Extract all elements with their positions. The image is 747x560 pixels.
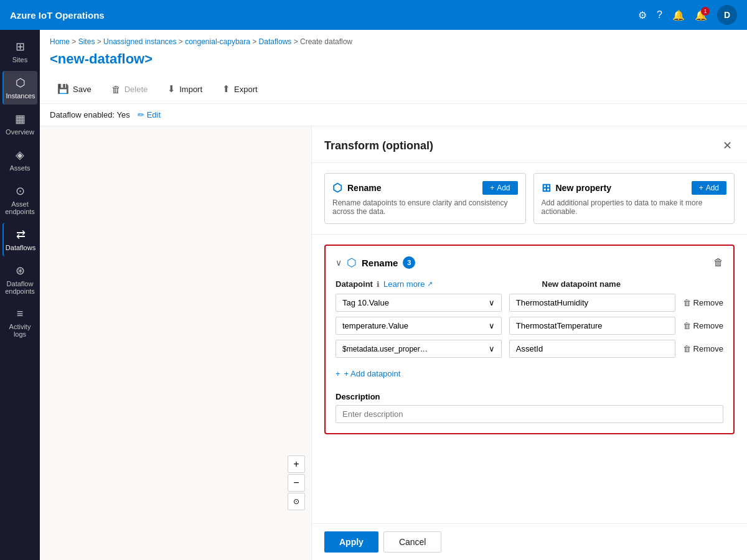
dropdown-chevron-2: ∨: [489, 321, 495, 330]
remove-label-3: Remove: [693, 344, 723, 353]
breadcrumb-dataflows[interactable]: Dataflows: [259, 37, 292, 46]
rename-card-label: Rename: [347, 183, 381, 193]
description-label: Description: [336, 392, 723, 401]
dataflows-icon: ⇄: [16, 228, 26, 241]
main-layout: ⊞ Sites ⬡ Instances ▦ Overview ◈ Assets …: [0, 30, 747, 560]
canvas-area: + − ⊙ Transform (optional) ✕: [40, 126, 747, 560]
rename-delete-button[interactable]: 🗑: [713, 257, 723, 268]
notification-badge[interactable]: 🔔 1: [695, 9, 707, 21]
info-icon: ℹ: [377, 280, 380, 289]
export-icon: ⬆: [222, 83, 230, 95]
cancel-button[interactable]: Cancel: [383, 531, 442, 553]
sidebar-item-assets[interactable]: ◈ Assets: [2, 143, 37, 177]
sidebar-label-activity-logs: Activity logs: [6, 323, 34, 338]
sidebar-item-asset-endpoints[interactable]: ⊙ Asset endpoints: [2, 179, 37, 220]
datapoint-value-1: Tag 10.Value: [342, 298, 389, 307]
edit-button[interactable]: ✏ Edit: [138, 110, 161, 119]
main-content: Home > Sites > Unassigned instances > co…: [40, 30, 747, 560]
edit-icon: ✏: [138, 110, 144, 119]
help-icon[interactable]: ?: [657, 9, 662, 21]
close-button[interactable]: ✕: [720, 136, 735, 155]
new-name-input-3[interactable]: [509, 340, 675, 358]
gear-icon[interactable]: ⚙: [638, 9, 647, 21]
sidebar-label-overview: Overview: [6, 128, 34, 136]
datapoint-dropdown-2[interactable]: temperature.Value ∨: [336, 317, 502, 335]
dataflow-endpoints-icon: ⊛: [16, 264, 25, 278]
new-property-card-icon: ⊞: [542, 181, 551, 195]
import-button[interactable]: ⬇ Import: [160, 80, 210, 98]
rename-card-header: ⬡ Rename + Add: [332, 181, 518, 195]
rename-card-title: ⬡ Rename: [332, 181, 381, 195]
option-cards: ⬡ Rename + Add Rename datapoints to ensu…: [312, 163, 747, 235]
zoom-reset-button[interactable]: ⊙: [288, 493, 305, 510]
sidebar-item-dataflow-endpoints[interactable]: ⊛ Dataflow endpoints: [2, 259, 37, 300]
learn-more-link[interactable]: Learn more ↗: [383, 279, 433, 289]
datapoint-dropdown-3[interactable]: $metadata.user_property.externa ∨: [336, 340, 502, 358]
sidebar-label-instances: Instances: [6, 92, 35, 100]
sidebar-item-dataflows[interactable]: ⇄ Dataflows: [2, 223, 37, 256]
new-property-add-button[interactable]: + Add: [692, 181, 726, 195]
rename-section: ∨ ⬡ Rename 3 🗑 Datapoint ℹ: [324, 245, 735, 434]
rename-card-desc: Rename datapoints to ensure clarity and …: [332, 198, 518, 216]
breadcrumb-home[interactable]: Home: [50, 37, 70, 46]
description-input[interactable]: [336, 405, 723, 423]
apply-button[interactable]: Apply: [324, 531, 378, 553]
breadcrumb-unassigned[interactable]: Unassigned instances: [103, 37, 176, 46]
remove-button-1[interactable]: 🗑 Remove: [683, 298, 723, 307]
new-property-add-label: Add: [706, 184, 719, 192]
datapoint-dropdown-1[interactable]: Tag 10.Value ∨: [336, 294, 502, 312]
notification-count: 1: [701, 7, 710, 16]
sidebar-label-dataflows: Dataflows: [6, 244, 35, 251]
sidebar-item-sites[interactable]: ⊞ Sites: [2, 35, 37, 68]
new-property-card-label: New property: [556, 183, 611, 193]
activity-logs-icon: ≡: [17, 307, 24, 320]
sidebar-item-instances[interactable]: ⬡ Instances: [2, 71, 37, 105]
new-property-card-header: ⊞ New property + Add: [542, 181, 727, 195]
save-button[interactable]: 💾 Save: [50, 80, 99, 98]
canvas-left: + − ⊙: [40, 126, 311, 560]
new-name-input-2[interactable]: [509, 317, 675, 335]
remove-button-3[interactable]: 🗑 Remove: [683, 344, 723, 353]
new-property-card-title: ⊞ New property: [542, 181, 611, 195]
datapoint-value-2: temperature.Value: [342, 321, 408, 330]
zoom-out-button[interactable]: −: [288, 474, 305, 492]
new-property-card-desc: Add additional properties to data to mak…: [542, 198, 727, 216]
remove-button-2[interactable]: 🗑 Remove: [683, 321, 723, 330]
toolbar: 💾 Save 🗑 Delete ⬇ Import ⬆ Export: [40, 75, 747, 104]
dropdown-chevron-1: ∨: [489, 298, 495, 307]
breadcrumb-current: Create dataflow: [300, 37, 352, 46]
panel-header: Transform (optional) ✕: [312, 126, 747, 163]
add-datapoint-plus: +: [336, 369, 341, 378]
sidebar: ⊞ Sites ⬡ Instances ▦ Overview ◈ Assets …: [0, 30, 40, 560]
breadcrumb: Home > Sites > Unassigned instances > co…: [40, 30, 747, 49]
panel-content: ∨ ⬡ Rename 3 🗑 Datapoint ℹ: [312, 235, 747, 523]
zoom-reset-icon: ⊙: [293, 497, 299, 506]
overview-icon: ▦: [15, 112, 26, 126]
export-button[interactable]: ⬆ Export: [215, 80, 265, 98]
app-title: Azure IoT Operations: [10, 10, 105, 21]
topnav-icons: ⚙ ? 🔔 🔔 1 D: [638, 5, 737, 25]
avatar[interactable]: D: [717, 5, 737, 25]
zoom-in-button[interactable]: +: [288, 455, 305, 473]
add-datapoint-label: + Add datapoint: [344, 369, 401, 378]
sidebar-label-assets: Assets: [9, 164, 30, 172]
breadcrumb-sep: >: [72, 37, 78, 46]
remove-label-2: Remove: [693, 321, 723, 330]
rename-count-badge: 3: [403, 256, 415, 269]
remove-icon-3: 🗑: [683, 344, 691, 353]
rename-header-left: ∨ ⬡ Rename 3: [336, 256, 415, 269]
delete-button[interactable]: 🗑 Delete: [104, 80, 156, 98]
sidebar-label-sites: Sites: [12, 56, 27, 63]
rename-add-button[interactable]: + Add: [482, 181, 517, 195]
sidebar-item-overview[interactable]: ▦ Overview: [2, 107, 37, 141]
dropdown-chevron-3: ∨: [489, 344, 495, 353]
add-datapoint-button[interactable]: + + Add datapoint: [336, 365, 400, 382]
import-icon: ⬇: [167, 83, 176, 95]
new-name-input-1[interactable]: [509, 294, 675, 312]
breadcrumb-sites[interactable]: Sites: [78, 37, 95, 46]
rename-card-icon: ⬡: [332, 181, 342, 195]
breadcrumb-instance[interactable]: congenial-capybara: [185, 37, 250, 46]
sidebar-item-activity-logs[interactable]: ≡ Activity logs: [2, 302, 37, 343]
bell-icon[interactable]: 🔔: [672, 9, 685, 21]
chevron-down-icon[interactable]: ∨: [336, 258, 342, 268]
